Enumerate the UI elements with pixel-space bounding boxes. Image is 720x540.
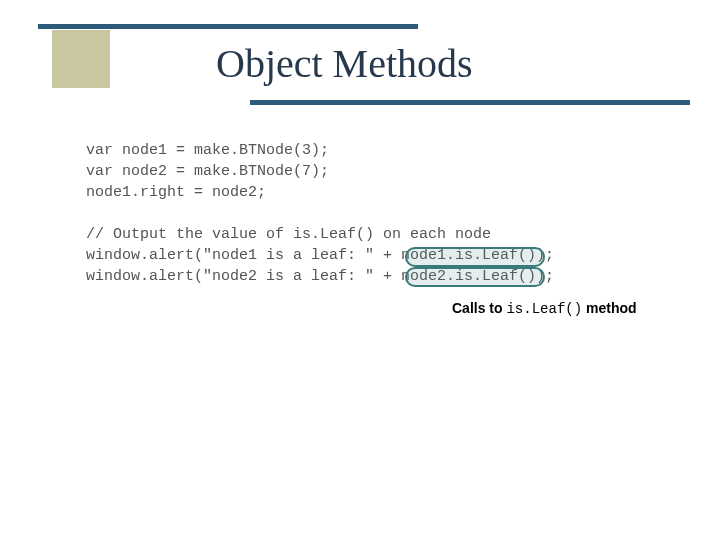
top-rule xyxy=(38,24,418,29)
caption-text: Calls to xyxy=(452,300,506,316)
code-comment: // Output the value of is.Leaf() on each… xyxy=(86,226,491,243)
highlight-box xyxy=(405,247,545,267)
caption-code: is.Leaf() xyxy=(506,301,582,317)
bottom-rule xyxy=(250,100,690,105)
accent-square xyxy=(52,30,110,88)
caption: Calls to is.Leaf() method xyxy=(452,300,637,317)
code-line: var node2 = make.BTNode(7); xyxy=(86,163,329,180)
code-line: var node1 = make.BTNode(3); xyxy=(86,142,329,159)
caption-text: method xyxy=(582,300,636,316)
code-line: node1.right = node2; xyxy=(86,184,266,201)
slide-title: Object Methods xyxy=(216,40,473,87)
highlight-box xyxy=(405,267,545,287)
